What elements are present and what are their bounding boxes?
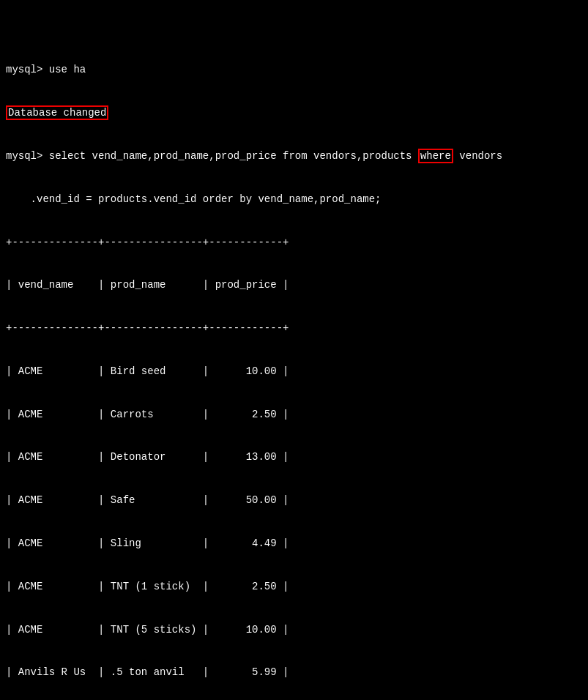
line-db-changed: Database changed: [6, 106, 582, 121]
table-row: | ACME | TNT (5 sticks) | 10.00 |: [6, 623, 582, 638]
table-row: | ACME | Safe | 50.00 |: [6, 494, 582, 508]
table-row: | ACME | Sling | 4.49 |: [6, 537, 582, 551]
line-query1: mysql> select vend_name,prod_name,prod_p…: [6, 149, 582, 164]
table-header1: | vend_name | prod_name | prod_price |: [6, 278, 582, 293]
line-use-ha: mysql> use ha: [6, 63, 582, 78]
line-query1-cont: .vend_id = products.vend_id order by ven…: [6, 193, 582, 207]
table-row: | ACME | TNT (1 stick) | 2.50 |: [6, 580, 582, 595]
table-row: | ACME | Carrots | 2.50 |: [6, 408, 582, 422]
table-row: | ACME | Detonator | 13.00 |: [6, 450, 582, 465]
database-changed-highlight: Database changed: [6, 105, 108, 120]
table-sep1: +--------------+----------------+-------…: [6, 236, 582, 250]
table-row: | ACME | Bird seed | 10.00 |: [6, 365, 582, 379]
where-keyword: where: [418, 149, 453, 163]
table-sep2: +--------------+----------------+-------…: [6, 321, 582, 336]
table-row: | Anvils R Us | .5 ton anvil | 5.99 |: [6, 666, 582, 680]
terminal-window: mysql> use ha Database changed mysql> se…: [6, 6, 582, 700]
